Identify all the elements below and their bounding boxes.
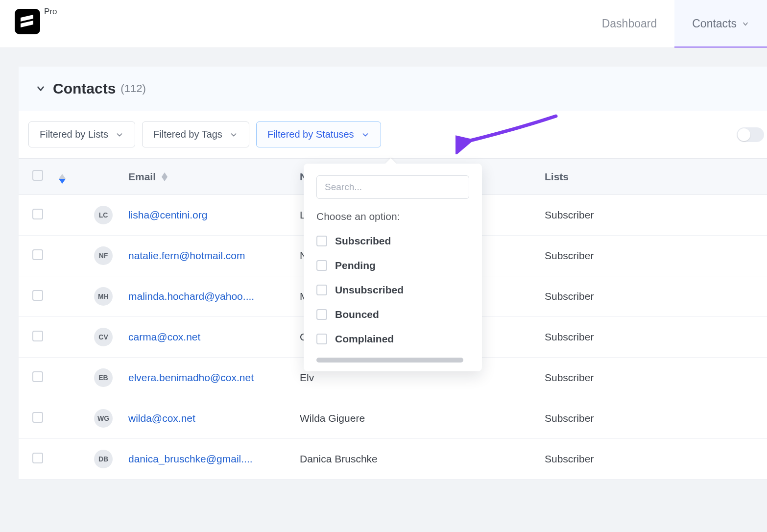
filter-lists-label: Filtered by Lists: [40, 129, 108, 140]
chevron-down-icon: [229, 130, 238, 139]
avatar: EB: [94, 368, 113, 387]
row-checkbox[interactable]: [32, 249, 43, 260]
avatar: NF: [94, 246, 113, 265]
row-checkbox[interactable]: [32, 209, 43, 219]
collapse-icon[interactable]: [35, 83, 46, 94]
avatar: CV: [94, 328, 113, 346]
brand-logo: [15, 9, 40, 34]
filter-row: Filtered by Lists Filtered by Tags Filte…: [19, 111, 767, 158]
status-option[interactable]: Unsubscribed: [316, 284, 469, 296]
popover-scrollbar[interactable]: [316, 358, 463, 363]
status-option-checkbox[interactable]: [316, 334, 327, 344]
brand: Pro: [15, 0, 57, 34]
status-option-label: Subscribed: [335, 235, 391, 247]
avatar: WG: [94, 409, 113, 428]
status-option-checkbox[interactable]: [316, 260, 327, 271]
status-choose-label: Choose an option:: [316, 211, 469, 222]
page-title: Contacts: [53, 80, 116, 97]
contact-name: Wilda Giguere: [300, 412, 365, 424]
avatar: LC: [94, 206, 113, 224]
brand-logo-icon: [19, 13, 36, 30]
column-email-label[interactable]: Email: [128, 171, 156, 183]
contact-email-link[interactable]: wilda@cox.net: [128, 412, 195, 424]
status-option-label: Complained: [335, 333, 394, 345]
contact-lists: Subscriber: [545, 250, 594, 261]
brand-tier-badge: Pro: [44, 7, 57, 17]
top-navigation: Dashboard Contacts: [584, 0, 767, 48]
chevron-down-icon: [115, 130, 124, 139]
status-option[interactable]: Pending: [316, 260, 469, 271]
contact-name: Danica Bruschke: [300, 453, 378, 464]
status-option-label: Bounced: [335, 309, 379, 320]
status-option[interactable]: Complained: [316, 333, 469, 345]
panel-header: Contacts (112): [19, 67, 767, 111]
contact-email-link[interactable]: carma@cox.net: [128, 331, 200, 342]
row-checkbox[interactable]: [32, 290, 43, 301]
row-checkbox[interactable]: [32, 371, 43, 382]
chevron-down-icon: [361, 130, 370, 139]
contact-lists: Subscriber: [545, 209, 594, 220]
status-option-label: Unsubscribed: [335, 284, 404, 296]
contact-email-link[interactable]: malinda.hochard@yahoo....: [128, 290, 254, 302]
sort-email[interactable]: [162, 172, 168, 181]
avatar: DB: [94, 450, 113, 468]
column-lists-label: Lists: [545, 171, 569, 182]
topbar: Pro Dashboard Contacts: [0, 0, 767, 48]
avatar: MH: [94, 287, 113, 306]
filter-statuses-label: Filtered by Statuses: [267, 129, 354, 140]
contact-lists: Subscriber: [545, 372, 594, 383]
view-toggle[interactable]: [737, 127, 764, 142]
status-search-input[interactable]: [316, 175, 469, 199]
contact-lists: Subscriber: [545, 290, 594, 302]
table-row: WGwilda@cox.netWilda GiguereSubscriber: [19, 398, 767, 439]
nav-contacts[interactable]: Contacts: [674, 0, 767, 48]
sort-control[interactable]: [59, 174, 66, 184]
status-filter-popover: Choose an option: SubscribedPendingUnsub…: [304, 164, 482, 371]
nav-dashboard[interactable]: Dashboard: [584, 0, 675, 48]
contact-lists: Subscriber: [545, 412, 594, 424]
row-checkbox[interactable]: [32, 331, 43, 341]
select-all-checkbox[interactable]: [32, 170, 43, 181]
contact-lists: Subscriber: [545, 331, 594, 342]
filter-tags-label: Filtered by Tags: [153, 129, 222, 140]
filter-lists-button[interactable]: Filtered by Lists: [28, 121, 135, 147]
contact-email-link[interactable]: natalie.fern@hotmail.com: [128, 250, 245, 261]
status-option-checkbox[interactable]: [316, 236, 327, 246]
row-checkbox[interactable]: [32, 453, 43, 463]
contact-name: Elv: [300, 372, 314, 383]
nav-dashboard-label: Dashboard: [602, 17, 657, 30]
status-option[interactable]: Bounced: [316, 309, 469, 320]
status-option[interactable]: Subscribed: [316, 235, 469, 247]
contacts-count: (112): [120, 82, 145, 95]
chevron-down-icon: [742, 20, 749, 28]
filter-statuses-button[interactable]: Filtered by Statuses: [256, 121, 381, 147]
contact-email-link[interactable]: lisha@centini.org: [128, 209, 207, 220]
nav-contacts-label: Contacts: [692, 17, 737, 30]
contact-email-link[interactable]: elvera.benimadho@cox.net: [128, 372, 254, 383]
status-option-checkbox[interactable]: [316, 285, 327, 295]
contact-email-link[interactable]: danica_bruschke@gmail....: [128, 453, 253, 464]
row-checkbox[interactable]: [32, 412, 43, 423]
status-option-checkbox[interactable]: [316, 309, 327, 320]
contact-lists: Subscriber: [545, 453, 594, 464]
status-option-label: Pending: [335, 260, 376, 271]
table-row: DBdanica_bruschke@gmail....Danica Brusch…: [19, 439, 767, 480]
filter-tags-button[interactable]: Filtered by Tags: [142, 121, 249, 147]
